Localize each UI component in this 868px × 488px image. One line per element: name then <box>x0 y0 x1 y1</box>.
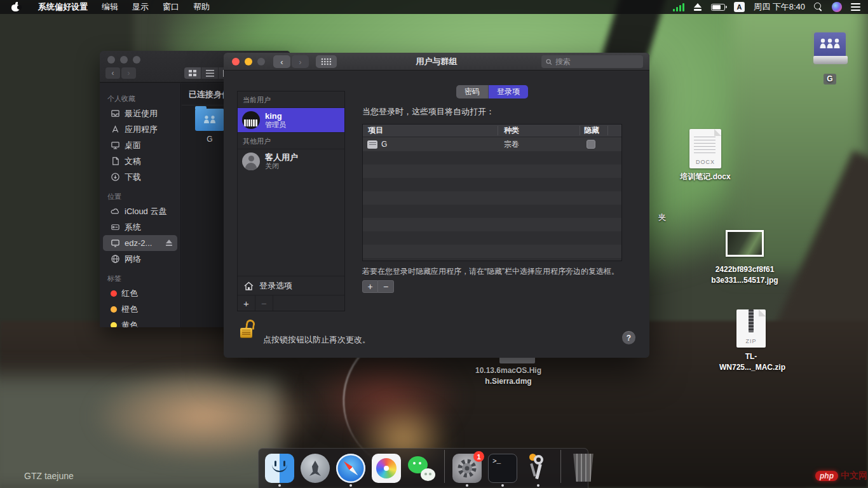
dock-item-terminal[interactable]: >_ <box>488 454 517 483</box>
desktop-icon-label-line2: b3e331...54517.jpg <box>707 275 783 286</box>
hide-checkbox[interactable] <box>587 140 595 149</box>
desktop-icon-zip[interactable]: ZIP TL- WN725..._MAC.zip <box>719 309 783 373</box>
menu-help[interactable]: 帮助 <box>186 0 217 14</box>
sidebar-item-system[interactable]: 系统 <box>103 219 177 235</box>
tab-password[interactable]: 密码 <box>456 85 489 98</box>
sidebar-item-documents[interactable]: 文稿 <box>103 153 177 169</box>
user-row-king[interactable]: king 管理员 <box>238 108 344 132</box>
desktop-icon-network-drive-g[interactable]: G <box>802 30 858 85</box>
red-tag-icon <box>111 290 117 297</box>
user-row-guest[interactable]: 客人用户 关闭 <box>238 149 344 173</box>
dock-item-launchpad[interactable] <box>301 454 330 483</box>
table-row[interactable]: G 宗卷 <box>363 137 621 151</box>
battery-icon[interactable] <box>711 4 725 11</box>
dock-item-photos[interactable] <box>372 454 401 483</box>
icon-view-button[interactable] <box>184 67 201 79</box>
zipper-graphic <box>749 309 754 332</box>
sidebar-item-tag-yellow[interactable]: 黄色 <box>103 317 177 327</box>
spotlight-icon[interactable] <box>814 3 823 11</box>
help-button[interactable]: ? <box>622 331 635 344</box>
add-login-item-button[interactable]: + <box>362 280 378 293</box>
lock-button[interactable] <box>240 320 257 345</box>
running-indicator <box>501 484 504 487</box>
back-button[interactable]: ‹ <box>273 55 290 68</box>
shared-folder-item[interactable]: G <box>191 109 229 144</box>
sidebar-item-label: 系统 <box>125 222 141 233</box>
menu-window[interactable]: 窗口 <box>156 0 186 14</box>
docx-ext-text: DOCX <box>689 159 721 165</box>
add-user-button[interactable]: + <box>238 295 255 311</box>
eject-icon[interactable] <box>165 240 173 247</box>
photos-icon <box>372 454 401 483</box>
cloud-icon <box>111 207 120 216</box>
prefs-titlebar[interactable]: ‹ › 用户与群组 <box>224 53 649 71</box>
minimize-button[interactable] <box>245 58 252 65</box>
minimize-button[interactable] <box>120 56 128 64</box>
guest-name: 客人用户 <box>265 152 298 162</box>
sidebar-item-tag-orange[interactable]: 橙色 <box>103 301 177 317</box>
sidebar-item-label: 文稿 <box>125 156 141 167</box>
login-items-table[interactable]: 项目 种类 隐藏 G 宗卷 <box>362 124 622 261</box>
tab-login-items[interactable]: 登录项 <box>489 85 528 98</box>
desktop-icon-jpg[interactable]: 2422bf893cf8f61 b3e331...54517.jpg <box>707 230 783 286</box>
sidebar-item-applications[interactable]: 应用程序 <box>103 121 177 137</box>
page-fold <box>759 309 766 316</box>
menu-edit[interactable]: 编辑 <box>95 0 125 14</box>
sidebar-item-label: 网络 <box>125 254 141 265</box>
remove-login-item-button[interactable]: − <box>378 280 394 293</box>
column-kind[interactable]: 种类 <box>504 125 519 136</box>
menu-clock[interactable]: 周四 下午8:40 <box>754 1 805 13</box>
notification-center-icon[interactable] <box>851 3 860 11</box>
users-groups-window[interactable]: ‹ › 用户与群组 密码 登录项 当前用户 <box>224 53 649 358</box>
dock-item-keychain[interactable] <box>524 454 553 483</box>
compass-needle <box>342 459 360 477</box>
signal-strength-icon[interactable] <box>673 3 684 11</box>
downloads-icon <box>111 172 120 182</box>
dock-item-wechat[interactable] <box>407 454 437 483</box>
show-all-button[interactable] <box>316 55 337 68</box>
running-indicator <box>349 484 352 487</box>
user-add-remove-bar: + − <box>238 295 344 311</box>
sidebar-item-edz-2[interactable]: edz-2... <box>103 235 177 251</box>
sidebar-item-icloud[interactable]: iCloud 云盘 <box>103 203 177 219</box>
close-button[interactable] <box>232 58 240 65</box>
item-name: G <box>381 140 387 149</box>
launchpad-icon <box>301 454 330 483</box>
shared-folder-label: G <box>191 135 229 144</box>
input-source-icon[interactable]: A <box>734 2 745 12</box>
menu-view[interactable]: 显示 <box>125 0 156 14</box>
sidebar-item-downloads[interactable]: 下载 <box>103 169 177 185</box>
sidebar-item-label: iCloud 云盘 <box>125 206 166 217</box>
keychain-icon <box>524 454 553 483</box>
dock-item-system-preferences[interactable]: 1 <box>452 454 482 483</box>
forward-button[interactable]: › <box>121 67 136 79</box>
back-button[interactable]: ‹ <box>105 67 120 79</box>
login-options-row[interactable]: 登录选项 <box>238 276 344 295</box>
column-hidden[interactable]: 隐藏 <box>584 125 599 136</box>
apple-menu-icon[interactable] <box>11 3 20 11</box>
dock-item-trash[interactable] <box>569 454 598 483</box>
search-field[interactable] <box>541 55 643 68</box>
list-view-button[interactable] <box>201 67 218 79</box>
computer-icon <box>111 238 120 248</box>
desktop-icon-dmg[interactable]: 10.13.6macOS.Hig h.Sierra.dmg <box>458 365 559 387</box>
column-item[interactable]: 项目 <box>368 125 383 136</box>
zoom-button[interactable] <box>133 56 140 64</box>
desktop-icon-docx[interactable]: DOCX 培训笔记.docx <box>674 129 737 182</box>
desktop-icon-label-line1: 2422bf893cf8f61 <box>707 264 783 275</box>
sidebar-item-recents[interactable]: 最近使用 <box>103 105 177 121</box>
dock-item-finder[interactable] <box>265 454 294 483</box>
sidebar-item-desktop[interactable]: 桌面 <box>103 137 177 153</box>
dock-item-safari[interactable] <box>336 454 365 483</box>
current-user-header: 当前用户 <box>238 92 344 108</box>
hide-note: 若要在您登录时隐藏应用程序，请在“隐藏”栏中选择应用程序旁边的复选框。 <box>362 266 628 277</box>
sidebar-item-network[interactable]: 网络 <box>103 251 177 267</box>
eject-icon[interactable] <box>693 3 702 11</box>
remove-user-button[interactable]: − <box>255 295 273 311</box>
siri-icon[interactable] <box>832 2 842 12</box>
desktop-icon-label-line2: h.Sierra.dmg <box>458 376 559 387</box>
close-button[interactable] <box>107 56 115 64</box>
sidebar-item-tag-red[interactable]: 红色 <box>103 285 177 301</box>
search-input[interactable] <box>555 57 639 66</box>
menu-app-name[interactable]: 系统偏好设置 <box>31 0 95 14</box>
